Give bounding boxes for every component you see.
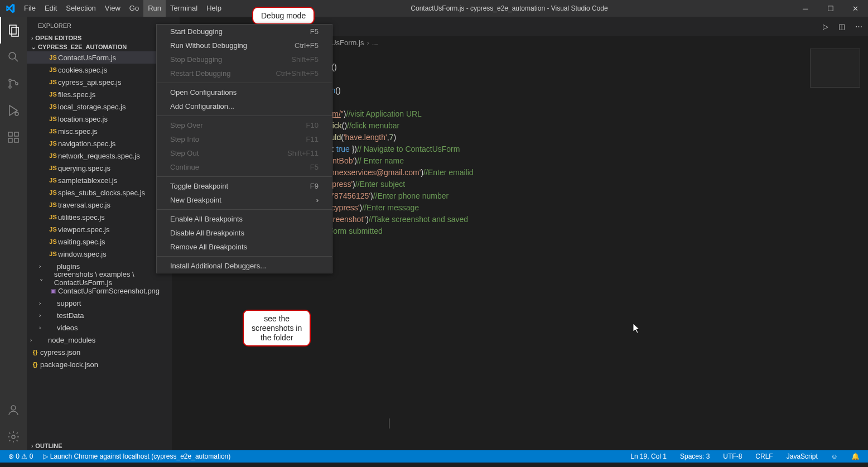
svg-rect-1 [12, 27, 18, 36]
menu-item-add-configuration-[interactable]: Add Configuration... [157, 99, 332, 113]
menu-item-stop-debugging: Stop DebuggingShift+F5 [157, 52, 332, 66]
status-errors[interactable]: ⊗ 0 ⚠ 0 [6, 452, 36, 460]
menu-help[interactable]: Help [202, 0, 226, 17]
tree-item-label: videos [57, 324, 78, 332]
file-utilities-spec-js[interactable]: JSutilities.spec.js [27, 211, 172, 223]
status-notifications-icon[interactable]: 🔔 [848, 452, 862, 460]
file-navigation-spec-js[interactable]: JSnavigation.spec.js [27, 137, 172, 150]
js-file-icon: JS [48, 189, 58, 196]
file-waiting-spec-js[interactable]: JSwaiting.spec.js [27, 235, 172, 248]
file-sampletablexcel-js[interactable]: JSsampletablexcel.js [27, 174, 172, 186]
js-file-icon: JS [48, 128, 58, 134]
split-editor-icon[interactable]: ◫ [838, 22, 845, 31]
menu-item-enable-all-breakpoints[interactable]: Enable All Breakpoints [157, 212, 332, 226]
menu-file[interactable]: File [20, 0, 40, 17]
menu-separator [157, 176, 332, 177]
file-tree: JSContactUsForm.jsJScookies.spec.jsJScyp… [27, 51, 172, 441]
tree-item-label: testData [57, 311, 84, 320]
file-location-spec-js[interactable]: JSlocation.spec.js [27, 113, 172, 125]
folder-testdata[interactable]: ›testData [27, 309, 172, 321]
menu-item-open-configurations[interactable]: Open Configurations [157, 85, 332, 99]
file-spies-stubs-clocks-spec-js[interactable]: JSspies_stubs_clocks.spec.js [27, 186, 172, 199]
menu-run[interactable]: Run [143, 0, 166, 17]
status-indent[interactable]: Spaces: 3 [677, 452, 712, 460]
close-button[interactable]: ✕ [843, 0, 868, 17]
menu-item-step-out: Step OutShift+F11 [157, 146, 332, 160]
extensions-activity-icon[interactable] [0, 124, 27, 151]
folder-node-modules[interactable]: ›node_modules [27, 334, 172, 346]
menu-item-step-over: Step OverF10 [157, 118, 332, 132]
run-icon[interactable]: ▷ [823, 22, 828, 31]
file-viewport-spec-js[interactable]: JSviewport.spec.js [27, 223, 172, 235]
tree-item-label: local_storage.spec.js [58, 103, 126, 111]
tree-item-label: cypress.json [40, 348, 80, 357]
file-network-requests-spec-js[interactable]: JSnetwork_requests.spec.js [27, 150, 172, 162]
svg-line-3 [15, 58, 18, 61]
menu-item-remove-all-breakpoints[interactable]: Remove All Breakpoints [157, 240, 332, 254]
js-file-icon: JS [48, 54, 58, 61]
status-language[interactable]: JavaScript [784, 452, 821, 460]
minimize-button[interactable]: ─ [793, 0, 818, 17]
file-files-spec-js[interactable]: JSfiles.spec.js [27, 88, 172, 100]
folder-support[interactable]: ›support [27, 297, 172, 309]
file-querying-spec-js[interactable]: JSquerying.spec.js [27, 162, 172, 174]
menu-terminal[interactable]: Terminal [166, 0, 202, 17]
folder-videos[interactable]: ›videos [27, 321, 172, 334]
source-control-activity-icon[interactable] [0, 70, 27, 97]
file-cookies-spec-js[interactable]: JScookies.spec.js [27, 64, 172, 76]
tree-item-label: viewport.spec.js [58, 225, 109, 234]
tree-item-label: utilities.spec.js [58, 213, 105, 222]
status-eol[interactable]: CRLF [753, 452, 775, 460]
js-file-icon: JS [48, 165, 58, 171]
svg-rect-9 [8, 138, 12, 142]
status-cursor-position[interactable]: Ln 19, Col 1 [628, 452, 669, 460]
tree-item-label: plugins [57, 262, 80, 271]
menu-item-install-additional-debuggers-[interactable]: Install Additional Debuggers... [157, 259, 332, 273]
file-traversal-spec-js[interactable]: JStraversal.spec.js [27, 199, 172, 211]
settings-activity-icon[interactable] [0, 423, 27, 450]
svg-point-4 [9, 79, 11, 81]
search-activity-icon[interactable] [0, 44, 27, 70]
file-contactusformscreenshot-png[interactable]: ▣ContactUsFormScreenshot.png [27, 285, 172, 297]
maximize-button[interactable]: ☐ [818, 0, 843, 17]
status-launch-config[interactable]: ▷ Launch Chrome against localhost (cypre… [40, 452, 233, 460]
explorer-activity-icon[interactable] [0, 17, 27, 44]
menu-item-run-without-debugging[interactable]: Run Without DebuggingCtrl+F5 [157, 38, 332, 52]
js-file-icon: JS [48, 103, 58, 110]
file-cypress-api-spec-js[interactable]: JScypress_api.spec.js [27, 76, 172, 88]
tree-item-label: screenshots \ examples \ ContactUsForm.j… [54, 270, 172, 287]
svg-point-12 [11, 406, 16, 410]
menu-item-new-breakpoint[interactable]: New Breakpoint [157, 193, 332, 207]
mouse-cursor-icon [633, 324, 641, 336]
statusbar: ⊗ 0 ⚠ 0 ▷ Launch Chrome against localhos… [0, 450, 868, 463]
file-window-spec-js[interactable]: JSwindow.spec.js [27, 248, 172, 260]
tree-item-label: ContactUsForm.js [58, 54, 116, 62]
file-cypress-json[interactable]: {}cypress.json [27, 346, 172, 358]
run-debug-activity-icon[interactable] [0, 97, 27, 124]
file-contactusform-js[interactable]: JSContactUsForm.js [27, 51, 172, 64]
minimap[interactable] [810, 49, 860, 88]
menu-view[interactable]: View [100, 0, 125, 17]
outline-section[interactable]: ›OUTLINE [27, 441, 172, 450]
more-actions-icon[interactable]: ⋯ [855, 22, 862, 31]
open-editors-section[interactable]: ›OPEN EDITORS [27, 33, 172, 42]
menu-go[interactable]: Go [125, 0, 143, 17]
project-section[interactable]: ⌄CYPRESS_E2E_AUTOMATION [27, 42, 172, 51]
menu-edit[interactable]: Edit [40, 0, 61, 17]
menu-item-disable-all-breakpoints[interactable]: Disable All Breakpoints [157, 226, 332, 240]
file-local-storage-spec-js[interactable]: JSlocal_storage.spec.js [27, 100, 172, 113]
file-misc-spec-js[interactable]: JSmisc.spec.js [27, 125, 172, 137]
status-encoding[interactable]: UTF-8 [720, 452, 745, 460]
menu-separator [157, 83, 332, 83]
menu-item-start-debugging[interactable]: Start DebuggingF5 [157, 25, 332, 38]
tree-item-label: traversal.spec.js [58, 201, 110, 209]
window-controls: ─ ☐ ✕ [793, 0, 868, 17]
activity-bar [0, 17, 27, 450]
breadcrumb-segment[interactable]: ... [372, 38, 378, 47]
menu-selection[interactable]: Selection [61, 0, 100, 17]
menu-item-toggle-breakpoint[interactable]: Toggle BreakpointF9 [157, 179, 332, 193]
status-feedback-icon[interactable]: ☺ [828, 452, 841, 460]
file-package-lock-json[interactable]: {}package-lock.json [27, 358, 172, 370]
folder-screenshots-examples-contactusform-js[interactable]: ⌄screenshots \ examples \ ContactUsForm.… [27, 272, 172, 285]
accounts-activity-icon[interactable] [0, 397, 27, 423]
